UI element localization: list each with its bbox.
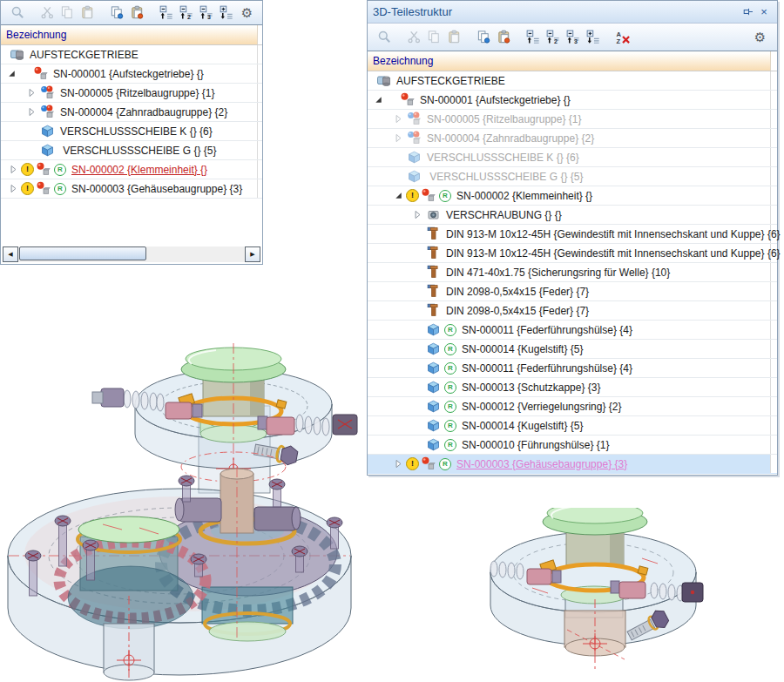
scrollbar-track[interactable] bbox=[18, 246, 245, 262]
copy-special-icon[interactable] bbox=[107, 3, 127, 23]
tree-item-label: SN-000002 {Klemmeinheit} {} bbox=[454, 190, 592, 202]
tree-row[interactable]: VERSCHRAUBUNG {} {} bbox=[368, 206, 777, 225]
left-toolbar: ⚙ bbox=[1, 1, 262, 25]
collapse-all-icon[interactable] bbox=[157, 3, 177, 23]
tree-row[interactable]: SN-000011 {Federführungshülse} {4} bbox=[368, 321, 777, 340]
paste-special-icon[interactable] bbox=[127, 3, 147, 23]
assembly-icon bbox=[33, 66, 49, 81]
paste-special-icon[interactable] bbox=[494, 28, 514, 47]
tree-row[interactable]: DIN 2098-0,5x4x15 {Feder} {7} bbox=[368, 282, 777, 301]
paste-icon bbox=[444, 28, 464, 47]
search-icon bbox=[8, 3, 28, 23]
expander-expanded-icon[interactable] bbox=[5, 67, 18, 80]
tree-row[interactable]: VERSCHLUSSSCHEIBE K {} {6} bbox=[368, 148, 777, 167]
tree-row[interactable]: SN-000004 {Zahnradbaugruppe} {2} bbox=[1, 103, 262, 122]
tree-row[interactable]: SN-000002 {Klemmeinheit} {} bbox=[1, 160, 262, 179]
expand-level-3-icon[interactable] bbox=[197, 3, 217, 23]
part-cube-icon bbox=[426, 322, 442, 337]
tree-row[interactable]: SN-000001 {Aufsteckgetriebe} {} bbox=[1, 64, 262, 84]
right-tree: AUFSTECKGETRIEBE SN-000001 {Aufsteckgetr… bbox=[368, 71, 777, 474]
din-norm-part-icon bbox=[426, 226, 442, 241]
copy-special-icon[interactable] bbox=[474, 28, 494, 47]
tree-row[interactable]: SN-000011 {Federführungshülse} {4} bbox=[368, 359, 777, 378]
parts-list-panel-left: ⚙ Bezeichnung AUFSTECKGETRIEBE SN-000001… bbox=[0, 0, 263, 265]
expand-all-icon[interactable] bbox=[217, 3, 237, 23]
tree-item-label: SN-000011 {Federführungshülse} {4} bbox=[459, 362, 632, 375]
expander-expanded-icon[interactable] bbox=[372, 93, 385, 106]
expander-collapsed-icon[interactable] bbox=[7, 163, 20, 176]
part-cube-icon bbox=[426, 437, 442, 452]
tree-item-label: VERSCHLUSSSCHEIBE K {} {6} bbox=[424, 152, 579, 164]
tree-row[interactable]: SN-000005 {Ritzelbaugruppe} {1} bbox=[368, 110, 777, 129]
tree-row[interactable]: DIN 913-M 10x12-45H {Gewindestift mit In… bbox=[368, 244, 777, 263]
assembly-icon bbox=[421, 456, 436, 471]
tree-row[interactable]: SN-000002 {Klemmeinheit} {} bbox=[368, 186, 777, 206]
tree-row[interactable]: DIN 471-40x1.75 {Sicherungsring für Well… bbox=[368, 263, 777, 282]
screw-connection-icon bbox=[426, 207, 442, 222]
column-header-bezeichnung[interactable]: Bezeichnung bbox=[1, 25, 262, 45]
close-icon[interactable]: × bbox=[756, 4, 772, 20]
expander-expanded-icon[interactable] bbox=[392, 189, 405, 202]
tree-row[interactable]: VERSCHLUSSSCHEIBE K {} {6} bbox=[1, 122, 262, 141]
column-header-bezeichnung[interactable]: Bezeichnung bbox=[368, 51, 777, 71]
released-icon bbox=[444, 324, 456, 336]
tree-item-label: SN-000011 {Federführungshülse} {4} bbox=[459, 324, 632, 336]
tree-row[interactable]: SN-000012 {Verriegelungsring} {2} bbox=[368, 397, 777, 416]
panel-title-bar[interactable]: 3D-Teilestruktur × bbox=[368, 1, 777, 24]
expander-collapsed-icon[interactable] bbox=[392, 132, 405, 145]
expand-level-3-icon[interactable] bbox=[564, 28, 584, 47]
expander-collapsed-icon[interactable] bbox=[392, 112, 405, 125]
expander-collapsed-icon[interactable] bbox=[7, 182, 20, 195]
tree-row[interactable]: SN-000003 {Gehäusebaugruppe} {3} bbox=[1, 179, 262, 199]
pin-icon[interactable] bbox=[740, 4, 756, 20]
part-cube-icon bbox=[426, 399, 442, 414]
tree-row[interactable]: VERSCHLUSSSCHEIBE G {} {5} bbox=[1, 141, 262, 160]
scroll-right-button[interactable]: ▶ bbox=[245, 246, 260, 262]
expander-collapsed-icon[interactable] bbox=[25, 86, 38, 99]
tree-row[interactable]: DIN 913-M 10x12-45H {Gewindestift mit In… bbox=[368, 225, 777, 244]
expand-all-icon[interactable] bbox=[584, 28, 604, 47]
tree-row[interactable]: SN-000014 {Kugelstift} {5} bbox=[368, 340, 777, 359]
tree-item-label: DIN 2098-0,5x4x15 {Feder} {7} bbox=[443, 305, 589, 317]
assembly-3d-render[interactable] bbox=[0, 336, 399, 682]
released-icon bbox=[444, 362, 456, 375]
subassembly-icon bbox=[40, 105, 56, 119]
paste-icon bbox=[78, 3, 98, 23]
search-icon bbox=[375, 28, 395, 47]
tree-row[interactable]: SN-000005 {Ritzelbaugruppe} {1} bbox=[1, 84, 262, 103]
tree-row[interactable]: SN-000001 {Aufsteckgetriebe} {} bbox=[368, 91, 777, 110]
settings-gear-icon[interactable]: ⚙ bbox=[750, 28, 770, 47]
scroll-left-button[interactable]: ◀ bbox=[3, 246, 18, 262]
assembly-root-icon bbox=[10, 47, 25, 62]
part-cube-icon bbox=[426, 380, 442, 395]
tree-item-label: SN-000010 {Führungshülse} {1} bbox=[459, 439, 609, 451]
tree-row[interactable]: AUFSTECKGETRIEBE bbox=[368, 71, 777, 91]
tree-row[interactable]: SN-000004 {Zahnradbaugruppe} {2} bbox=[368, 129, 777, 148]
tree-item-label: AUFSTECKGETRIEBE bbox=[394, 75, 505, 87]
tree-row[interactable]: SN-000013 {Schutzkappe} {3} bbox=[368, 378, 777, 397]
settings-gear-icon[interactable]: ⚙ bbox=[237, 3, 257, 23]
expander-collapsed-icon[interactable] bbox=[411, 208, 424, 221]
subassembly-icon bbox=[40, 85, 56, 100]
remove-sort-icon[interactable] bbox=[613, 28, 633, 47]
tree-row[interactable]: AUFSTECKGETRIEBE bbox=[1, 45, 262, 64]
collapse-all-icon[interactable] bbox=[524, 28, 544, 47]
expand-level-2-icon[interactable] bbox=[177, 3, 197, 23]
tree-row-selected[interactable]: SN-000003 {Gehäusebaugruppe} {3} bbox=[368, 455, 777, 474]
tree-row[interactable]: SN-000010 {Führungshülse} {1} bbox=[368, 436, 777, 455]
tree-item-label: SN-000013 {Schutzkappe} {3} bbox=[459, 382, 600, 394]
tree-row[interactable]: VERSCHLUSSSCHEIBE G {} {5} bbox=[368, 167, 777, 186]
warning-icon bbox=[21, 163, 34, 176]
released-icon bbox=[439, 458, 451, 470]
klemmeinheit-3d-render[interactable] bbox=[483, 508, 784, 682]
expander-collapsed-icon[interactable] bbox=[25, 105, 38, 118]
tree-row[interactable]: SN-000014 {Kugelstift} {5} bbox=[368, 416, 777, 436]
released-icon bbox=[54, 183, 66, 195]
structure-panel-3d-teilestruktur: 3D-Teilestruktur × ⚙ Bezeichnung AUFSTEC… bbox=[367, 0, 778, 476]
tree-item-label: SN-000003 {Gehäusebaugruppe} {3} bbox=[69, 183, 242, 195]
tree-row[interactable]: DIN 2098-0,5x4x15 {Feder} {7} bbox=[368, 301, 777, 321]
scrollbar-thumb[interactable] bbox=[19, 246, 146, 260]
expand-level-2-icon[interactable] bbox=[544, 28, 564, 47]
horizontal-scrollbar[interactable]: ◀ ▶ bbox=[3, 246, 260, 262]
subassembly-icon bbox=[407, 111, 422, 126]
